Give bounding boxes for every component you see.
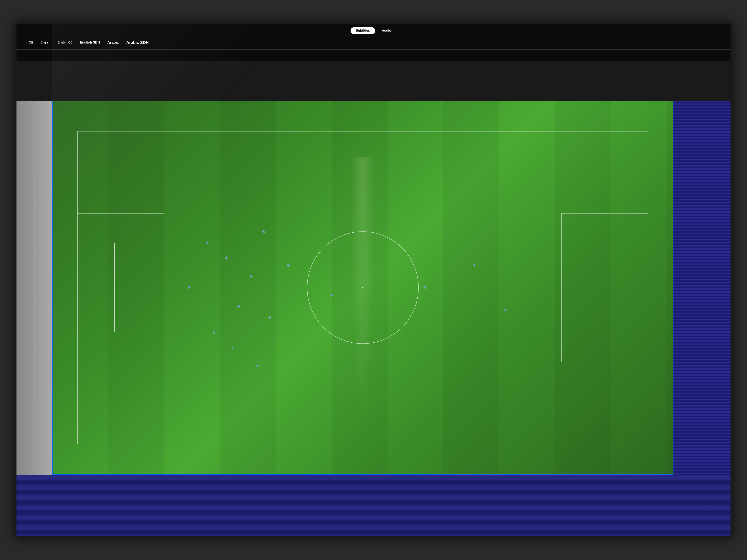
option-english-sdh[interactable]: English SDH	[76, 39, 104, 46]
tab-bar: Subtitles Audio	[17, 24, 731, 37]
stands-left	[17, 101, 52, 475]
field-border-left	[52, 101, 53, 475]
option-english-cc[interactable]: English CC	[54, 39, 76, 46]
subtitle-options-row: Off English English CC English SDH Arabi…	[17, 37, 731, 50]
tab-audio[interactable]: Audio	[377, 27, 396, 34]
stands-bottom	[17, 475, 731, 536]
option-english[interactable]: English	[37, 39, 54, 46]
overlay-content: Subtitles Audio Off English English CC	[17, 24, 731, 50]
field-border-top	[52, 101, 673, 101]
tab-subtitles[interactable]: Subtitles	[351, 27, 375, 34]
soccer-field	[52, 101, 673, 475]
tv-frame: Subtitles Audio Off English English CC	[15, 22, 732, 538]
option-arabic-sdh[interactable]: Arabic SDH	[123, 39, 153, 47]
option-off[interactable]: Off	[22, 39, 37, 46]
screen: Subtitles Audio Off English English CC	[17, 24, 731, 536]
overlay-ui: Subtitles Audio Off English English CC	[17, 24, 731, 50]
stands-right	[673, 101, 730, 475]
option-arabic[interactable]: Arabic	[104, 39, 123, 46]
